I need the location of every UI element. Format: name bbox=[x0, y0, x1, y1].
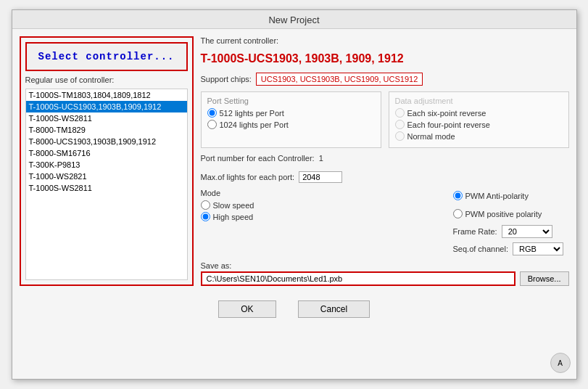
port-number-value: 1 bbox=[319, 154, 323, 163]
high-speed-radio[interactable] bbox=[201, 212, 210, 221]
data-adj-6pt-row: Each six-point reverse bbox=[395, 108, 563, 118]
browse-button[interactable]: Browse... bbox=[520, 271, 569, 286]
data-adj-6pt-label: Each six-point reverse bbox=[407, 109, 486, 118]
port-setting-box: Port Setting 512 lights per Port 1024 li… bbox=[201, 91, 381, 148]
pwm-pos-row: PWM positive polarity bbox=[453, 209, 569, 218]
port-512-label: 512 lights per Port bbox=[220, 109, 284, 118]
support-chips-value: UCS1903, UCS1903B, UCS1909, UCS1912 bbox=[256, 73, 423, 86]
port-number-row: Port number for each Controller: 1 bbox=[201, 154, 569, 163]
dialog-title: New Project bbox=[12, 10, 576, 29]
data-adjustment-box: Data adjustment Each six-point reverse E… bbox=[389, 91, 569, 148]
data-adj-4pt-radio[interactable] bbox=[395, 120, 405, 129]
list-item[interactable]: T-1000S-UCS1903,1903B,1909,1912 bbox=[26, 101, 187, 112]
mode-pwm-row: Mode Slow speed High speed PWM Anti-pola… bbox=[201, 189, 569, 255]
port-setting-title: Port Setting bbox=[207, 97, 375, 105]
list-item[interactable]: T-1000-WS2821 bbox=[26, 171, 187, 182]
mode-section: Mode Slow speed High speed bbox=[201, 189, 446, 255]
frame-rate-dropdown[interactable]: 20 bbox=[502, 225, 552, 238]
left-panel: Select controller... Regular use of cont… bbox=[20, 36, 194, 286]
ok-button[interactable]: OK bbox=[218, 300, 276, 318]
save-as-section: Save as: Browse... bbox=[201, 261, 569, 286]
bottom-right-icon: A bbox=[550, 353, 571, 373]
max-lights-label: Max.of lights for each port: bbox=[201, 173, 295, 181]
slow-speed-row: Slow speed bbox=[201, 200, 446, 210]
frame-rate-row: Frame Rate: 20 bbox=[453, 225, 569, 238]
cancel-button[interactable]: Cancel bbox=[298, 300, 370, 318]
save-as-input[interactable] bbox=[201, 271, 515, 286]
max-lights-row: Max.of lights for each port: bbox=[201, 171, 569, 183]
pwm-anti-label: PWM Anti-polarity bbox=[465, 192, 529, 200]
pwm-pos-label: PWM positive polarity bbox=[465, 210, 542, 218]
seq-dropdown[interactable]: RGB bbox=[513, 242, 563, 255]
dialog-footer: OK Cancel bbox=[12, 293, 576, 328]
high-speed-row: High speed bbox=[201, 212, 446, 221]
list-item[interactable]: T-1000S-WS2811 bbox=[26, 112, 187, 124]
regular-use-label: Regular use of controller: bbox=[25, 75, 188, 84]
high-speed-label: High speed bbox=[213, 213, 254, 221]
seq-label: Seq.of channel: bbox=[453, 245, 508, 253]
list-item[interactable]: T-8000-SM16716 bbox=[26, 147, 187, 159]
support-chips-row: Support chips: UCS1903, UCS1903B, UCS190… bbox=[201, 73, 569, 86]
list-item[interactable]: T-8000-TM1829 bbox=[26, 124, 187, 136]
list-item[interactable]: T-1000S-WS2811 bbox=[26, 182, 187, 194]
port-1024-row: 1024 lights per Port bbox=[207, 120, 375, 129]
port-512-row: 512 lights per Port bbox=[207, 108, 375, 118]
current-controller-label: The current controller: bbox=[201, 36, 569, 45]
data-adj-4pt-label: Each four-point reverse bbox=[407, 120, 490, 129]
mode-title: Mode bbox=[201, 189, 446, 197]
pwm-anti-radio[interactable] bbox=[453, 191, 463, 200]
port-512-radio[interactable] bbox=[207, 108, 217, 118]
max-lights-input[interactable] bbox=[299, 171, 342, 183]
port-data-row: Port Setting 512 lights per Port 1024 li… bbox=[201, 91, 569, 148]
controller-name: T-1000S-UCS1903, 1903B, 1909, 1912 bbox=[201, 52, 569, 65]
data-adj-6pt-radio[interactable] bbox=[395, 108, 405, 118]
data-adj-4pt-row: Each four-point reverse bbox=[395, 120, 563, 129]
frame-rate-label: Frame Rate: bbox=[453, 227, 497, 236]
seq-row: Seq.of channel: RGB bbox=[453, 242, 569, 255]
save-as-row: Browse... bbox=[201, 271, 569, 286]
port-1024-label: 1024 lights per Port bbox=[220, 120, 289, 129]
port-1024-radio[interactable] bbox=[207, 120, 217, 129]
controller-list: T-1000S-TM1803,1804,1809,1812T-1000S-UCS… bbox=[25, 89, 188, 280]
save-as-label: Save as: bbox=[201, 261, 569, 270]
slow-speed-label: Slow speed bbox=[213, 201, 254, 210]
select-controller-button[interactable]: Select controller... bbox=[25, 42, 188, 71]
list-item[interactable]: T-8000-UCS1903,1903B,1909,1912 bbox=[26, 136, 187, 147]
data-adj-title: Data adjustment bbox=[395, 97, 563, 105]
pwm-anti-row: PWM Anti-polarity bbox=[453, 191, 569, 200]
port-number-label: Port number for each Controller: bbox=[201, 154, 315, 163]
data-adj-normal-radio[interactable] bbox=[395, 131, 405, 141]
pwm-pos-radio[interactable] bbox=[453, 209, 463, 218]
data-adj-normal-label: Normal mode bbox=[407, 132, 455, 141]
support-chips-label: Support chips: bbox=[201, 75, 252, 83]
new-project-dialog: New Project Select controller... Regular… bbox=[12, 9, 577, 380]
right-panel: The current controller: T-1000S-UCS1903,… bbox=[201, 36, 569, 286]
slow-speed-radio[interactable] bbox=[201, 200, 210, 210]
list-item[interactable]: T-1000S-TM1803,1804,1809,1812 bbox=[26, 89, 187, 101]
list-item[interactable]: T-300K-P9813 bbox=[26, 159, 187, 171]
data-adj-normal-row: Normal mode bbox=[395, 131, 563, 141]
pwm-frame-section: PWM Anti-polarity PWM positive polarity … bbox=[453, 189, 569, 255]
